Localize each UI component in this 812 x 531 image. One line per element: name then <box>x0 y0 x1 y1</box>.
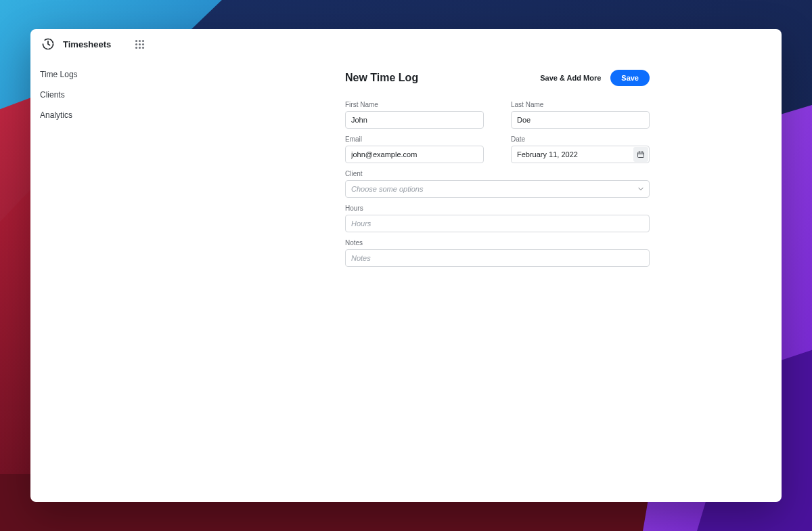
client-label: Client <box>345 170 650 177</box>
form-grid: First Name Last Name Email Date <box>345 101 650 267</box>
page-title: New Time Log <box>345 72 418 84</box>
hours-field-group: Hours <box>345 205 650 232</box>
first-name-field-group: First Name <box>345 101 484 129</box>
app-title: Timesheets <box>63 39 111 49</box>
last-name-field-group: Last Name <box>511 101 650 129</box>
hours-label: Hours <box>345 205 650 212</box>
main-content: New Time Log Save & Add More Save First … <box>145 59 782 502</box>
calendar-icon[interactable] <box>633 147 648 162</box>
last-name-label: Last Name <box>511 101 650 108</box>
first-name-label: First Name <box>345 101 484 108</box>
app-header: Timesheets <box>30 29 782 59</box>
sidebar-item-time-logs[interactable]: Time Logs <box>30 64 145 85</box>
app-body: Time Logs Clients Analytics New Time Log… <box>30 59 782 502</box>
date-label: Date <box>511 135 650 143</box>
clock-history-icon <box>40 36 56 52</box>
date-input[interactable] <box>511 146 650 163</box>
sidebar-item-clients[interactable]: Clients <box>30 85 145 105</box>
save-button[interactable]: Save <box>610 70 650 86</box>
notes-label: Notes <box>345 239 650 247</box>
save-add-more-button[interactable]: Save & Add More <box>540 74 601 82</box>
form-header: New Time Log Save & Add More Save <box>345 64 650 91</box>
last-name-input[interactable] <box>511 111 650 129</box>
first-name-input[interactable] <box>345 111 484 129</box>
app-window: Timesheets Time Logs Clients Analytics N… <box>30 29 782 502</box>
header-actions: Save & Add More Save <box>540 70 650 86</box>
date-field-group: Date <box>511 135 650 163</box>
hours-input[interactable] <box>345 215 650 232</box>
form-container: New Time Log Save & Add More Save First … <box>345 64 650 496</box>
email-input[interactable] <box>345 146 484 163</box>
client-field-group: Client <box>345 170 650 198</box>
notes-input[interactable] <box>345 249 650 267</box>
notes-field-group: Notes <box>345 239 650 267</box>
client-select[interactable] <box>345 180 650 198</box>
svg-rect-1 <box>638 152 644 158</box>
apps-grid-icon[interactable] <box>131 36 148 52</box>
email-label: Email <box>345 135 484 143</box>
sidebar: Time Logs Clients Analytics <box>30 59 145 502</box>
sidebar-item-analytics[interactable]: Analytics <box>30 105 145 125</box>
email-field-group: Email <box>345 135 484 163</box>
